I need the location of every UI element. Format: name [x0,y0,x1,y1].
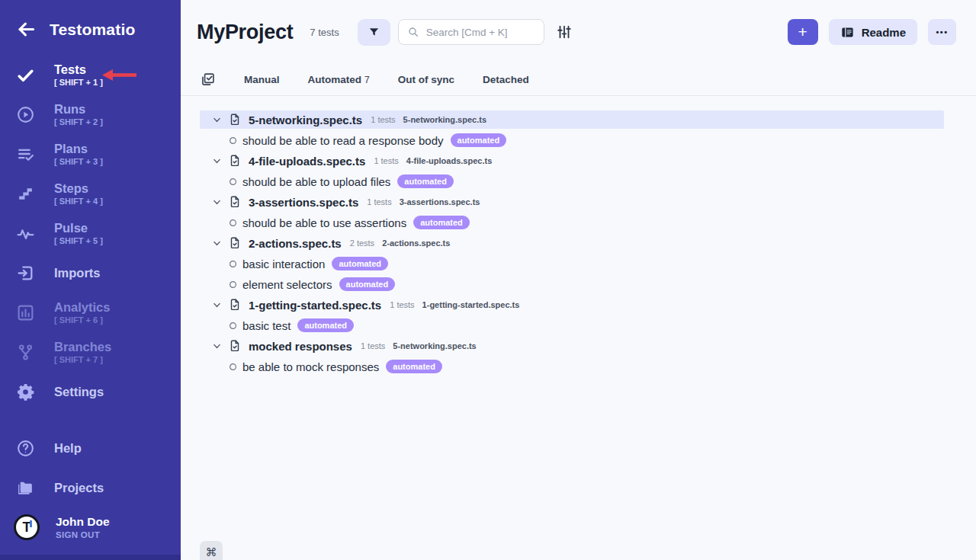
sidebar-item-label: Tests [54,62,103,76]
sliders-icon[interactable] [556,24,573,40]
test-group-row[interactable]: 5-networking.spec.ts1 tests5-networking.… [200,110,944,129]
sidebar-item-tests[interactable]: Tests[ SHIFT + 1 ] [0,55,181,94]
sidebar-item-shortcut: [ SHIFT + 7 ] [54,355,111,364]
test-name: element selectors [242,278,332,291]
group-file-path: 3-assertions.spec.ts [400,197,480,206]
help-circle-icon [16,439,35,458]
sidebar-footer-nav: HelpProjects [0,428,181,507]
automated-badge: automated [413,216,470,229]
sidebar-item-help[interactable]: Help [0,428,181,468]
chevron-down-icon[interactable] [212,197,222,207]
pulse-icon [16,224,35,243]
add-button[interactable]: + [788,19,818,45]
test-row[interactable]: basic testautomated [200,316,944,334]
tab-label: Automated [308,74,362,85]
check-icon [16,66,35,85]
test-group-row[interactable]: 1-getting-started.spec.ts1 tests1-gettin… [200,296,944,314]
test-name: be able to mock responses [242,360,379,373]
tab-manual[interactable]: Manual [244,74,280,85]
search-box[interactable] [398,19,544,45]
circle-icon [229,178,237,186]
play-circle-icon [16,105,35,124]
file-check-icon [228,339,242,353]
tab-out-of-sync[interactable]: Out of sync [398,74,454,85]
file-check-icon [228,195,242,209]
sidebar-item-runs[interactable]: Runs[ SHIFT + 2 ] [0,94,181,134]
more-button[interactable]: ••• [928,19,956,45]
test-group-row[interactable]: 3-assertions.spec.ts1 tests3-assertions.… [200,193,944,211]
tab-detached[interactable]: Detached [483,74,529,85]
automated-badge: automated [339,277,396,291]
tab-automated[interactable]: Automated7 [308,74,370,85]
sidebar-item-branches[interactable]: Branches[ SHIFT + 7 ] [0,332,181,372]
circle-icon [229,260,237,268]
sidebar-item-plans[interactable]: Plans[ SHIFT + 3 ] [0,134,181,174]
test-row[interactable]: basic interactionautomated [200,254,944,273]
select-all-icon[interactable] [200,72,216,88]
branch-icon [16,343,35,362]
sidebar-item-pulse[interactable]: Pulse[ SHIFT + 5 ] [0,213,181,253]
filter-button[interactable] [358,19,390,46]
test-row[interactable]: should be able to read a response bodyau… [200,131,944,149]
test-group-row[interactable]: mocked responses1 tests5-networking.spec… [200,337,944,355]
book-icon [840,25,855,40]
test-row[interactable]: should be able to upload filesautomated [200,172,944,190]
automated-badge: automated [297,318,354,332]
sign-out-link[interactable]: SIGN OUT [56,530,110,539]
brand-title: Testomatio [50,21,135,39]
sidebar-item-projects[interactable]: Projects [0,468,181,507]
tabs-row: ManualAutomated7Out of syncDetached [181,64,976,96]
chevron-down-icon[interactable] [212,238,222,248]
group-name: 1-getting-started.spec.ts [249,299,381,312]
sidebar-item-shortcut: [ SHIFT + 3 ] [54,157,103,166]
file-check-icon [228,113,242,126]
group-test-count: 1 tests [367,197,391,206]
group-test-count: 2 tests [350,238,374,248]
group-name: 4-file-uploads.spec.ts [249,155,365,168]
chevron-down-icon[interactable] [212,115,222,125]
test-group-row[interactable]: 4-file-uploads.spec.ts1 tests4-file-uplo… [200,152,944,170]
automated-badge: automated [386,360,442,373]
circle-icon [229,363,237,371]
test-row[interactable]: be able to mock responsesautomated [200,357,944,376]
sidebar-item-analytics[interactable]: Analytics[ SHIFT + 6 ] [0,293,181,332]
test-group-row[interactable]: 2-actions.spec.ts2 tests2-actions.spec.t… [200,234,944,252]
tests-count-label: 7 tests [310,27,339,38]
import-icon [16,264,35,283]
file-check-icon [228,236,242,250]
tab-count: 7 [364,75,370,85]
sidebar-item-label: Settings [54,385,104,398]
chevron-down-icon[interactable] [212,300,222,310]
search-input[interactable] [426,27,535,38]
avatar[interactable]: T [14,514,40,540]
group-test-count: 1 tests [390,300,414,309]
sidebar-item-settings[interactable]: Settings [0,372,181,411]
test-row[interactable]: should be able to use assertionsautomate… [200,213,944,232]
test-name: should be able to use assertions [242,216,406,229]
automated-badge: automated [332,257,388,270]
gear-icon [16,382,35,402]
user-name: John Doe [56,515,110,529]
tab-label: Detached [483,74,529,85]
main-content: MyProject 7 tests + Readme ••• ManualAut… [181,0,976,560]
group-name: 2-actions.spec.ts [249,237,342,250]
automated-badge: automated [397,174,454,188]
sidebar-item-steps[interactable]: Steps[ SHIFT + 4 ] [0,174,181,213]
sidebar-item-imports[interactable]: Imports [0,253,181,293]
test-name: basic test [242,319,291,332]
circle-icon [229,280,237,289]
cmd-key-button[interactable]: ⌘ [200,541,223,560]
sidebar-item-shortcut: [ SHIFT + 4 ] [54,197,103,206]
stairs-icon [16,184,35,203]
test-row[interactable]: element selectorsautomated [200,275,944,293]
sidebar-item-label: Steps [54,181,103,195]
test-name: should be able to upload files [242,175,390,188]
circle-icon [229,219,237,227]
chevron-down-icon[interactable] [212,156,222,166]
test-name: should be able to read a response body [242,134,444,147]
arrow-left-icon[interactable] [16,19,37,40]
test-list: 5-networking.spec.ts1 tests5-networking.… [181,96,976,376]
readme-button[interactable]: Readme [829,19,917,45]
chevron-down-icon[interactable] [212,341,222,351]
avatar-letter: T [23,520,31,536]
